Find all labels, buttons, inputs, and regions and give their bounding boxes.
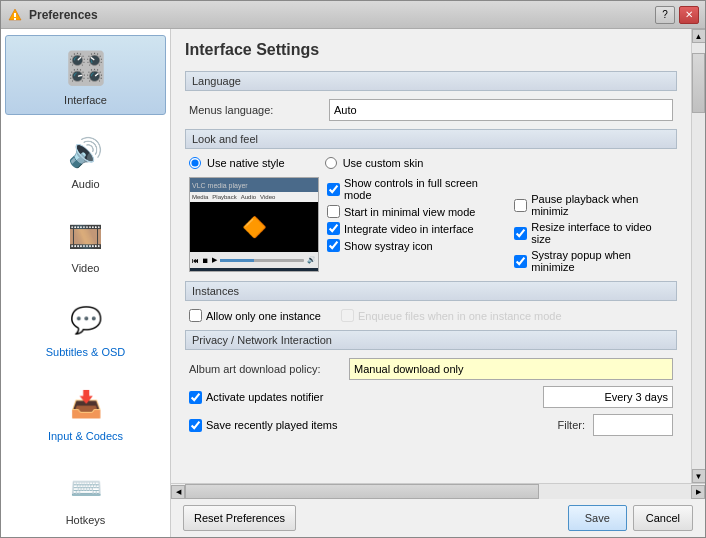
native-style-label: Use native style xyxy=(207,157,285,169)
systray-icon-input[interactable] xyxy=(327,239,340,252)
preview-content: 🔶 xyxy=(190,202,318,252)
privacy-section-header: Privacy / Network Interaction xyxy=(185,330,677,350)
pause-minimize-input[interactable] xyxy=(514,199,527,212)
preview-titlebar: VLC media player xyxy=(190,178,318,192)
sidebar-item-input[interactable]: 📥 Input & Codecs xyxy=(5,371,166,451)
window-controls: ? ✕ xyxy=(655,6,699,24)
systray-popup-input[interactable] xyxy=(514,255,527,268)
h-scroll-track[interactable] xyxy=(185,484,691,499)
custom-skin-option[interactable]: Use custom skin xyxy=(325,157,424,169)
reset-preferences-button[interactable]: Reset Preferences xyxy=(183,505,296,531)
main-panel: Interface Settings Language Menus langua… xyxy=(171,29,705,537)
pause-minimize-checkbox[interactable]: Pause playback when minimiz xyxy=(514,193,673,217)
left-checkboxes: Show controls in full screen mode Start … xyxy=(327,177,502,273)
menus-language-row: Menus language: xyxy=(185,99,677,121)
recent-items-checkbox[interactable]: Save recently played items xyxy=(189,419,337,432)
systray-icon-checkbox[interactable]: Show systray icon xyxy=(327,239,502,252)
minimal-view-checkbox[interactable]: Start in minimal view mode xyxy=(327,205,502,218)
vertical-scrollbar[interactable]: ▲ ▼ xyxy=(691,29,705,483)
sidebar-item-video[interactable]: 🎞️ Video xyxy=(5,203,166,283)
right-checkboxes: Show controls in full screen mode Start … xyxy=(327,177,673,273)
sidebar-label-video: Video xyxy=(72,262,100,274)
enqueue-checkbox[interactable]: Enqueue files when in one instance mode xyxy=(341,309,562,322)
audio-icon: 🔊 xyxy=(62,128,110,176)
scroll-thumb[interactable] xyxy=(692,53,705,113)
scroll-track[interactable] xyxy=(692,43,705,469)
album-art-dropdown[interactable]: Manual download only xyxy=(349,358,673,380)
full-screen-controls-checkbox[interactable]: Show controls in full screen mode xyxy=(327,177,502,201)
look-section-header: Look and feel xyxy=(185,129,677,149)
vlc-cone-icon: 🔶 xyxy=(242,215,267,239)
cancel-button[interactable]: Cancel xyxy=(633,505,693,531)
updates-frequency-value: Every 3 days xyxy=(604,391,668,403)
h-scroll-thumb[interactable] xyxy=(185,484,539,499)
scroll-area: Interface Settings Language Menus langua… xyxy=(171,29,705,483)
updates-checkbox[interactable]: Activate updates notifier xyxy=(189,391,323,404)
custom-skin-label: Use custom skin xyxy=(343,157,424,169)
custom-skin-radio[interactable] xyxy=(325,157,337,169)
sidebar-label-input: Input & Codecs xyxy=(48,430,123,442)
subtitles-icon: 💬 xyxy=(62,296,110,344)
systray-popup-checkbox[interactable]: Systray popup when minimize xyxy=(514,249,673,273)
interface-icon: 🎛️ xyxy=(62,44,110,92)
checkbox-columns: Show controls in full screen mode Start … xyxy=(327,177,673,273)
enqueue-label: Enqueue files when in one instance mode xyxy=(358,310,562,322)
menus-language-input[interactable] xyxy=(329,99,673,121)
album-art-row: Album art download policy: Manual downlo… xyxy=(189,358,673,380)
one-instance-input[interactable] xyxy=(189,309,202,322)
scroll-right-arrow[interactable]: ▶ xyxy=(691,485,705,499)
native-style-option[interactable]: Use native style xyxy=(189,157,285,169)
sidebar-label-audio: Audio xyxy=(71,178,99,190)
resize-video-checkbox[interactable]: Resize interface to video size xyxy=(514,221,673,245)
svg-rect-1 xyxy=(14,13,16,17)
minimal-view-input[interactable] xyxy=(327,205,340,218)
sidebar-label-hotkeys: Hotkeys xyxy=(66,514,106,526)
sidebar-label-interface: Interface xyxy=(64,94,107,106)
main-layout: 🎛️ Interface 🔊 Audio 🎞️ Video 💬 Subtitle… xyxy=(1,29,705,537)
recent-items-input[interactable] xyxy=(189,419,202,432)
help-button[interactable]: ? xyxy=(655,6,675,24)
language-section-header: Language xyxy=(185,71,677,91)
instances-section: Allow only one instance Enqueue files wh… xyxy=(185,309,677,322)
resize-video-input[interactable] xyxy=(514,227,527,240)
settings-content: Interface Settings Language Menus langua… xyxy=(171,29,691,483)
close-button[interactable]: ✕ xyxy=(679,6,699,24)
native-style-radio[interactable] xyxy=(189,157,201,169)
sidebar: 🎛️ Interface 🔊 Audio 🎞️ Video 💬 Subtitle… xyxy=(1,29,171,537)
app-icon xyxy=(7,7,23,23)
instances-section-header: Instances xyxy=(185,281,677,301)
sidebar-item-audio[interactable]: 🔊 Audio xyxy=(5,119,166,199)
sidebar-item-subtitles[interactable]: 💬 Subtitles & OSD xyxy=(5,287,166,367)
skin-options: Use native style Use custom skin xyxy=(189,157,673,169)
updates-input[interactable] xyxy=(189,391,202,404)
preview-checkboxes: VLC media player MediaPlaybackAudioVideo… xyxy=(189,177,673,273)
one-instance-checkbox[interactable]: Allow only one instance xyxy=(189,309,321,322)
preview-menubar: MediaPlaybackAudioVideo xyxy=(190,192,318,202)
sidebar-item-hotkeys[interactable]: ⌨️ Hotkeys xyxy=(5,455,166,535)
preview-progress xyxy=(220,259,304,262)
recent-row: Save recently played items Filter: xyxy=(189,414,673,436)
sidebar-item-interface[interactable]: 🎛️ Interface xyxy=(5,35,166,115)
album-art-label: Album art download policy: xyxy=(189,363,349,375)
integrate-video-input[interactable] xyxy=(327,222,340,235)
one-instance-label: Allow only one instance xyxy=(206,310,321,322)
page-title: Interface Settings xyxy=(185,41,677,59)
save-button[interactable]: Save xyxy=(568,505,627,531)
full-screen-controls-input[interactable] xyxy=(327,183,340,196)
scroll-left-arrow[interactable]: ◀ xyxy=(171,485,185,499)
menus-language-label: Menus language: xyxy=(189,104,329,116)
preferences-window: Preferences ? ✕ 🎛️ Interface 🔊 Audio 🎞️ … xyxy=(0,0,706,538)
input-icon: 📥 xyxy=(62,380,110,428)
sidebar-label-subtitles: Subtitles & OSD xyxy=(46,346,125,358)
updates-frequency: Every 3 days xyxy=(543,386,673,408)
enqueue-input[interactable] xyxy=(341,309,354,322)
album-art-value: Manual download only xyxy=(354,363,463,375)
scroll-down-arrow[interactable]: ▼ xyxy=(692,469,706,483)
instances-row: Allow only one instance Enqueue files wh… xyxy=(189,309,673,322)
title-bar: Preferences ? ✕ xyxy=(1,1,705,29)
scroll-up-arrow[interactable]: ▲ xyxy=(692,29,706,43)
privacy-section: Album art download policy: Manual downlo… xyxy=(185,358,677,436)
integrate-video-checkbox[interactable]: Integrate video in interface xyxy=(327,222,502,235)
filter-input[interactable] xyxy=(593,414,673,436)
horizontal-scrollbar[interactable]: ◀ ▶ xyxy=(171,483,705,499)
